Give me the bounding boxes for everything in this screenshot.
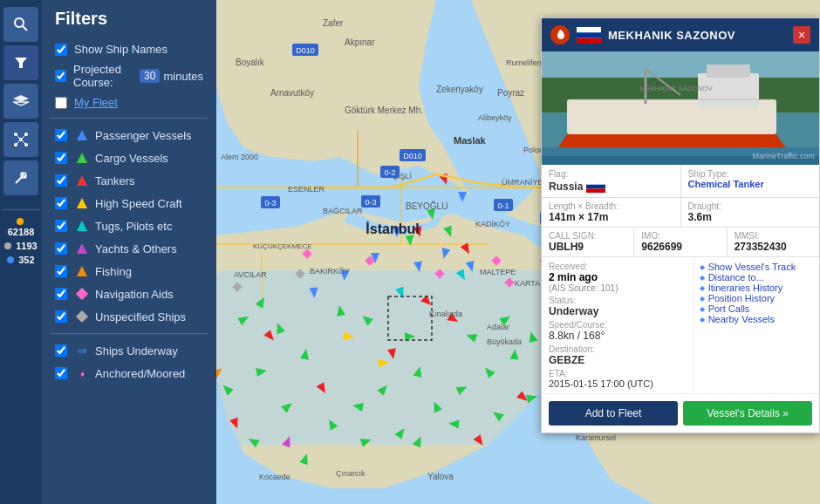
tankers-icon bbox=[74, 173, 90, 188]
portcalls-link[interactable]: Port Calls bbox=[700, 303, 814, 314]
filter-passenger-checkbox[interactable] bbox=[55, 129, 67, 141]
svg-text:0-2: 0-2 bbox=[384, 168, 395, 177]
received-label: Received: bbox=[549, 262, 687, 271]
imo-value: 9626699 bbox=[641, 241, 719, 253]
ship-panel-header: MEKHANIK SAZONOV × bbox=[542, 18, 819, 51]
projected-course-item[interactable]: Projected Course: 30 minutes bbox=[51, 59, 208, 92]
filter-underway[interactable]: ⇒ Ships Underway bbox=[51, 339, 208, 362]
show-ship-names-label: Show Ship Names bbox=[74, 43, 167, 56]
svg-text:Alem 2000: Alem 2000 bbox=[221, 153, 258, 161]
filter-yachts[interactable]: Yachts & Others bbox=[51, 237, 208, 260]
svg-marker-2 bbox=[15, 58, 27, 68]
filter-cargo[interactable]: Cargo Vessels bbox=[51, 146, 208, 169]
svg-text:Boyalık: Boyalık bbox=[236, 58, 265, 67]
filter-underway-checkbox[interactable] bbox=[55, 344, 67, 357]
filter-yachts-checkbox[interactable] bbox=[55, 242, 67, 255]
filter-passenger[interactable]: Passenger Vessels bbox=[51, 124, 208, 146]
passenger-icon bbox=[74, 127, 90, 143]
callsign-label: CALL SIGN: bbox=[549, 231, 626, 241]
svg-marker-147 bbox=[558, 134, 785, 147]
eta-section: ETA: 2015-01-15 17:00 (UTC) bbox=[549, 369, 687, 389]
received-value: 2 min ago bbox=[549, 271, 687, 283]
svg-text:Alibeyköy: Alibeyköy bbox=[478, 113, 512, 122]
projected-minutes[interactable]: 30 bbox=[140, 69, 160, 83]
add-to-fleet-button[interactable]: Add to Fleet bbox=[549, 401, 678, 426]
filter-tankers-checkbox[interactable] bbox=[55, 174, 67, 187]
svg-rect-157 bbox=[586, 185, 605, 189]
svg-marker-4 bbox=[13, 102, 29, 106]
draught-label: Draught: bbox=[688, 201, 813, 211]
svg-text:Çınarcık: Çınarcık bbox=[336, 469, 366, 478]
vessel-details-button[interactable]: Vessel's Details » bbox=[683, 401, 812, 426]
tools-button[interactable] bbox=[3, 160, 38, 195]
length-draught-row: Length × Breadth: 141m × 17m Draught: 3.… bbox=[542, 198, 819, 228]
destination-label: Destination: bbox=[549, 344, 687, 354]
svg-text:BEYOĞLU: BEYOĞLU bbox=[406, 201, 448, 211]
underway-icon: ⇒ bbox=[74, 343, 90, 358]
distance-link[interactable]: Distance to... bbox=[700, 272, 814, 283]
svg-text:Arnavutköy: Arnavutköy bbox=[270, 88, 314, 98]
filter-navaid-checkbox[interactable] bbox=[55, 288, 67, 300]
my-fleet-checkbox[interactable] bbox=[55, 97, 67, 109]
filters-panel: Filters Show Ship Names Projected Course… bbox=[42, 0, 216, 504]
itineraries-link[interactable]: Itineraries History bbox=[700, 283, 814, 293]
yachts-icon bbox=[74, 241, 90, 256]
filter-tugs[interactable]: Tugs, Pilots etc bbox=[51, 215, 208, 237]
filter-anchored-checkbox[interactable] bbox=[55, 367, 67, 379]
divider-2 bbox=[51, 333, 208, 334]
filter-highspeed[interactable]: High Speed Craft bbox=[51, 192, 208, 215]
svg-text:Zekeriyaköy: Zekeriyaköy bbox=[436, 85, 483, 94]
ship-name: MEKHANIK SAZONOV bbox=[608, 29, 735, 42]
anchored-icon: ⬧ bbox=[74, 365, 90, 381]
svg-text:İstanbul: İstanbul bbox=[366, 221, 419, 236]
filters-title: Filters bbox=[51, 9, 208, 29]
filter-unspecified-checkbox[interactable] bbox=[55, 310, 67, 323]
filter-navaid[interactable]: Navigation Aids bbox=[51, 283, 208, 305]
svg-text:Karamursel: Karamursel bbox=[576, 433, 616, 442]
ship-type-label: Ship Type: bbox=[688, 169, 813, 179]
filter-tugs-checkbox[interactable] bbox=[55, 220, 67, 232]
filter-highspeed-checkbox[interactable] bbox=[55, 197, 67, 209]
nodes-button[interactable] bbox=[3, 122, 38, 157]
flag-value: Russia bbox=[549, 180, 583, 193]
nearby-link[interactable]: Nearby Vessels bbox=[700, 314, 814, 324]
my-fleet-item[interactable]: My Fleet bbox=[51, 92, 208, 112]
destination-value: GEBZE bbox=[549, 354, 687, 366]
search-button[interactable] bbox=[3, 7, 38, 42]
status-section: Status: Underway bbox=[549, 296, 687, 317]
status-label: Status: bbox=[549, 296, 687, 305]
filter-fishing-checkbox[interactable] bbox=[55, 265, 67, 277]
eta-label: ETA: bbox=[549, 369, 687, 378]
filter-unspecified[interactable]: Unspecified Ships bbox=[51, 305, 208, 328]
flag-inline-icon bbox=[586, 180, 605, 193]
show-ship-names-item[interactable]: Show Ship Names bbox=[51, 39, 208, 59]
position-link[interactable]: Position History bbox=[700, 293, 814, 303]
speed-section: Speed/Course: 8.8kn / 168° bbox=[549, 320, 687, 342]
filter-cargo-checkbox[interactable] bbox=[55, 152, 67, 164]
filter-tankers[interactable]: Tankers bbox=[51, 169, 208, 192]
filter-fishing[interactable]: Fishing bbox=[51, 260, 208, 283]
svg-text:BAĞCILAR: BAĞCILAR bbox=[323, 207, 363, 215]
projected-course-label: Projected Course: bbox=[73, 63, 136, 89]
projected-course-checkbox[interactable] bbox=[55, 70, 66, 82]
svg-text:Yalova: Yalova bbox=[427, 472, 454, 481]
layers-button[interactable] bbox=[3, 84, 38, 119]
svg-text:D010: D010 bbox=[296, 46, 315, 55]
eta-value: 2015-01-15 17:00 (UTC) bbox=[549, 378, 687, 389]
show-ship-names-checkbox[interactable] bbox=[55, 44, 67, 56]
close-panel-button[interactable]: × bbox=[793, 26, 810, 44]
fishing-icon bbox=[74, 263, 90, 279]
filter-anchored[interactable]: ⬧ Anchored/Moored bbox=[51, 362, 208, 385]
mmsi-label: MMSI: bbox=[735, 231, 812, 241]
filter-anchored-label: Anchored/Moored bbox=[95, 367, 185, 380]
filter-unspecified-label: Unspecified Ships bbox=[95, 310, 186, 324]
svg-text:Poyraz: Poyraz bbox=[497, 88, 524, 98]
filter-button[interactable] bbox=[3, 45, 38, 80]
svg-text:KADİKÖY: KADİKÖY bbox=[475, 220, 510, 228]
flag-label: Flag: bbox=[549, 169, 673, 179]
info-actions-area: Received: 2 min ago (AIS Source: 101) St… bbox=[542, 257, 819, 393]
svg-line-13 bbox=[21, 140, 26, 145]
filter-underway-label: Ships Underway bbox=[95, 344, 178, 358]
track-link[interactable]: Show Vessel's Track bbox=[700, 262, 814, 272]
my-fleet-label[interactable]: My Fleet bbox=[74, 96, 118, 109]
